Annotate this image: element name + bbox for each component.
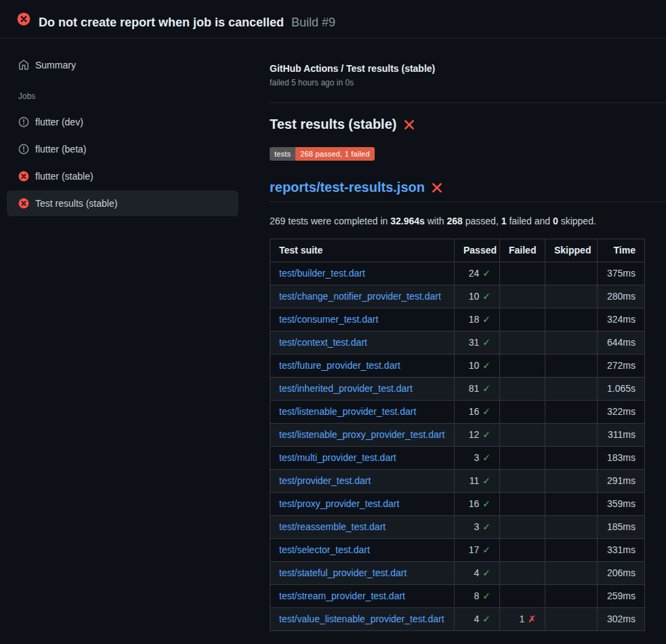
passed-cell: 10✓ <box>455 355 500 378</box>
x-icon: ✗ <box>528 613 536 624</box>
check-icon: ✓ <box>482 429 491 440</box>
passed-cell: 10✓ <box>455 285 500 308</box>
skipped-cell <box>545 308 598 331</box>
skipped-cell <box>545 262 598 285</box>
check-icon: ✓ <box>482 337 491 348</box>
skipped-cell <box>545 493 598 516</box>
sidebar-job-test-results-stable[interactable]: Test results (stable) <box>7 190 238 216</box>
jobs-list: flutter (dev)flutter (beta)flutter (stab… <box>7 109 238 216</box>
time-cell: 185ms <box>598 516 645 539</box>
failed-cell <box>500 585 545 608</box>
table-row: test/proxy_provider_test.dart16✓359ms <box>270 493 645 516</box>
table-row: test/builder_test.dart24✓375ms <box>270 262 645 285</box>
duration-value: 32.964s <box>390 216 425 226</box>
sidebar-job-flutter-stable[interactable]: flutter (stable) <box>7 163 238 189</box>
breadcrumb: GitHub Actions / Test results (stable) <box>270 63 666 74</box>
suite-link[interactable]: test/context_test.dart <box>279 337 367 348</box>
job-label: flutter (dev) <box>35 117 83 127</box>
summary-label: Summary <box>35 60 76 71</box>
suite-link[interactable]: test/listenable_provider_test.dart <box>279 406 416 417</box>
time-cell: 1.065s <box>598 378 645 401</box>
table-row: test/provider_test.dart11✓291ms <box>270 470 645 493</box>
suite-link[interactable]: test/selector_test.dart <box>279 544 370 555</box>
skipped-cell <box>545 585 598 608</box>
suite-cell: test/change_notifier_provider_test.dart <box>270 285 455 308</box>
suite-link[interactable]: test/proxy_provider_test.dart <box>279 498 399 509</box>
table-row: test/context_test.dart31✓644ms <box>270 331 645 355</box>
suite-link[interactable]: test/value_listenable_provider_test.dart <box>279 613 444 624</box>
suite-link[interactable]: test/consumer_test.dart <box>279 314 378 325</box>
time-cell: 302ms <box>598 608 645 631</box>
check-icon: ✓ <box>482 268 491 279</box>
badge-label: tests <box>270 147 295 161</box>
skipped-cell <box>545 539 598 562</box>
passed-cell: 31✓ <box>455 331 500 355</box>
skipped-cell <box>545 608 598 631</box>
status-line: failed 5 hours ago in 0s <box>270 78 666 87</box>
suite-cell: test/context_test.dart <box>270 331 455 355</box>
suite-link[interactable]: test/stateful_provider_test.dart <box>279 567 407 578</box>
skipped-cell <box>545 562 598 585</box>
neutral-circle-icon <box>18 144 29 155</box>
sidebar-job-flutter-dev[interactable]: flutter (dev) <box>7 109 238 135</box>
skipped-cell <box>545 401 598 424</box>
time-cell: 324ms <box>598 308 645 331</box>
suite-link[interactable]: test/builder_test.dart <box>279 268 365 279</box>
skipped-cell <box>545 516 598 539</box>
suite-cell: test/value_listenable_provider_test.dart <box>270 608 455 631</box>
check-icon: ✓ <box>482 360 491 371</box>
suite-link[interactable]: test/provider_test.dart <box>279 475 371 486</box>
section-heading: Test results (stable) <box>270 117 666 132</box>
table-row: test/consumer_test.dart18✓324ms <box>270 308 645 331</box>
passed-cell: 12✓ <box>455 424 500 447</box>
page-title: Do not create report when job is cancell… <box>39 16 284 29</box>
time-cell: 331ms <box>598 539 645 562</box>
time-cell: 644ms <box>598 331 645 355</box>
sidebar: Summary Jobs flutter (dev)flutter (beta)… <box>0 39 270 644</box>
suite-cell: test/future_provider_test.dart <box>270 355 455 378</box>
time-cell: 322ms <box>598 401 645 424</box>
content-layout: Summary Jobs flutter (dev)flutter (beta)… <box>0 39 666 644</box>
suite-link[interactable]: test/multi_provider_test.dart <box>279 452 396 463</box>
home-icon <box>18 60 29 71</box>
time-cell: 259ms <box>598 585 645 608</box>
table-row: test/listenable_provider_test.dart16✓322… <box>270 401 645 424</box>
failed-cell <box>500 493 545 516</box>
suite-link[interactable]: test/listenable_proxy_provider_test.dart <box>279 429 444 440</box>
failed-cell <box>500 378 545 401</box>
suite-cell: test/builder_test.dart <box>270 262 455 285</box>
passed-cell: 3✓ <box>455 516 500 539</box>
time-cell: 375ms <box>598 262 645 285</box>
summary-line: 269 tests were completed in 32.964s with… <box>270 216 666 226</box>
passed-cell: 3✓ <box>455 447 500 470</box>
x-circle-icon <box>18 198 29 209</box>
passed-cell: 11✓ <box>455 470 500 493</box>
suite-link[interactable]: test/inherited_provider_test.dart <box>279 383 413 394</box>
skipped-cell <box>545 424 598 447</box>
column-header-time: Time <box>598 239 645 262</box>
suite-cell: test/inherited_provider_test.dart <box>270 378 455 401</box>
suite-cell: test/selector_test.dart <box>270 539 455 562</box>
suite-cell: test/stream_provider_test.dart <box>270 585 455 608</box>
suite-link[interactable]: test/change_notifier_provider_test.dart <box>279 291 441 302</box>
column-header-passed: Passed <box>455 239 500 262</box>
sidebar-job-flutter-beta[interactable]: flutter (beta) <box>7 136 238 162</box>
badge-row: tests 268 passed, 1 failed <box>270 147 666 161</box>
build-number: Build #9 <box>291 16 335 29</box>
suite-link[interactable]: test/reassemble_test.dart <box>279 521 386 532</box>
passed-count: 268 <box>447 216 463 226</box>
skipped-cell <box>545 355 598 378</box>
job-label: flutter (beta) <box>35 144 86 155</box>
passed-cell: 81✓ <box>455 378 500 401</box>
report-link[interactable]: reports/test-results.json <box>270 180 425 195</box>
passed-cell: 8✓ <box>455 585 500 608</box>
time-cell: 183ms <box>598 447 645 470</box>
sidebar-item-summary[interactable]: Summary <box>7 54 238 77</box>
check-icon: ✓ <box>482 521 491 532</box>
table-header-row: Test suite Passed Failed Skipped Time <box>270 239 645 262</box>
x-circle-icon <box>18 171 29 182</box>
section-title: Test results (stable) <box>270 117 396 132</box>
suite-link[interactable]: test/future_provider_test.dart <box>279 360 400 371</box>
check-icon: ✓ <box>482 544 491 555</box>
suite-link[interactable]: test/stream_provider_test.dart <box>279 590 405 601</box>
